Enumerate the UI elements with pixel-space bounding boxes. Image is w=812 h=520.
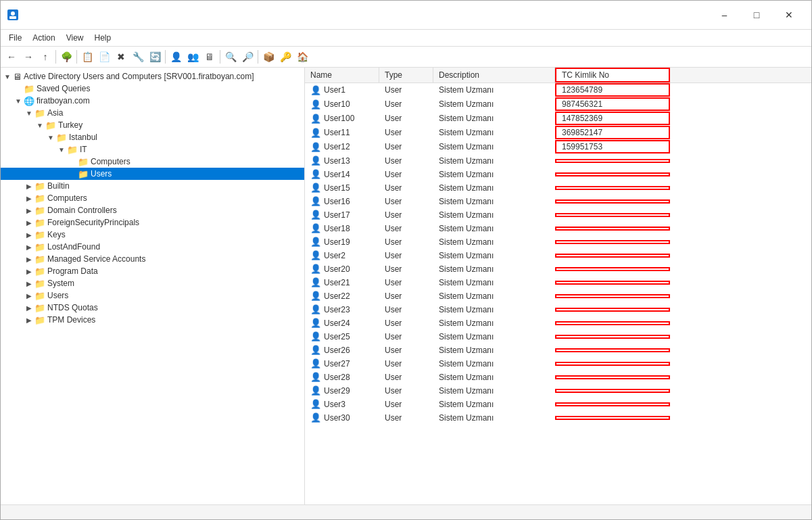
tree-it-computers[interactable]: ▶ 📁 Computers [1,156,304,168]
col-header-type[interactable]: Type [379,68,433,82]
tree-lostandfound-label: LostAndFound [47,242,100,252]
tree-foreign-security[interactable]: ▶ 📁 ForeignSecurityPrincipals [1,216,304,229]
tb-copy[interactable]: 📋 [79,49,95,65]
tree-it[interactable]: ▼ 📁 IT [1,143,304,156]
tree-turkey-expand[interactable]: ▼ [34,120,45,131]
tree-saved-queries[interactable]: ▶ 📁 Saved Queries [1,82,304,95]
list-row[interactable]: 👤User17UserSistem Uzmanı [305,208,811,222]
tb-new-computer[interactable]: 🖥 [201,49,218,65]
list-row[interactable]: 👤User29UserSistem Uzmanı [305,384,811,398]
tree-firatboyan[interactable]: ▼ 🌐 firatboyan.com [1,95,304,107]
tree-firatboyan-expand[interactable]: ▼ [13,95,24,106]
list-cell-tc [555,213,670,217]
tree-builtin[interactable]: ▶ 📁 Builtin [1,180,304,192]
tb-up[interactable]: ↑ [37,49,53,65]
tree-istanbul-expand[interactable]: ▼ [45,132,56,143]
tree-domain-controllers-expand[interactable]: ▶ [24,205,34,216]
tb-refresh[interactable]: 🔄 [147,49,163,65]
list-row[interactable]: 👤User11UserSistem Uzmanı369852147 [305,126,811,140]
tree-foreign-security-icon: 📁 [34,218,45,228]
list-row[interactable]: 👤User23UserSistem Uzmanı [305,303,811,316]
tree-turkey[interactable]: ▼ 📁 Turkey [1,119,304,131]
tb-delete[interactable]: ✖ [113,49,129,65]
tb-back[interactable]: ← [3,49,20,65]
maximize-button[interactable]: □ [741,5,772,25]
tree-istanbul[interactable]: ▼ 📁 Istanbul [1,131,304,143]
tree-it-users[interactable]: ▶ 📁 Users [1,168,304,180]
list-row[interactable]: 👤User28UserSistem Uzmanı [305,371,811,384]
tree-builtin-expand[interactable]: ▶ [24,181,34,191]
name-text: User22 [324,291,350,301]
list-row[interactable]: 👤User22UserSistem Uzmanı [305,289,811,303]
tb-new-group[interactable]: 👥 [185,49,201,65]
list-row[interactable]: 👤User12UserSistem Uzmanı159951753 [305,140,811,154]
tree-domain-controllers[interactable]: ▶ 📁 Domain Controllers [1,204,304,216]
col-header-name[interactable]: Name [305,68,379,82]
tree-foreign-security-expand[interactable]: ▶ [24,217,34,228]
tree-managed-service[interactable]: ▶ 📁 Managed Service Accounts [1,253,304,265]
tb-aduc[interactable]: 📦 [260,49,277,65]
list-row[interactable]: 👤User14UserSistem Uzmanı [305,168,811,181]
list-row[interactable]: 👤User13UserSistem Uzmanı [305,154,811,168]
list-row[interactable]: 👤User18UserSistem Uzmanı [305,222,811,235]
list-row[interactable]: 👤User21UserSistem Uzmanı [305,276,811,289]
col-header-description[interactable]: Description [433,68,555,82]
menu-action[interactable]: Action [27,31,60,45]
tb-aduc3[interactable]: 🏠 [294,49,310,65]
minimize-button[interactable]: ‒ [709,5,740,25]
tree-computers[interactable]: ▶ 📁 Computers [1,192,304,204]
tb-properties[interactable]: 🔧 [130,49,146,65]
list-cell-tc [555,335,670,339]
tree-computers-expand[interactable]: ▶ [24,193,34,204]
list-row[interactable]: 👤User10UserSistem Uzmanı987456321 [305,97,811,112]
list-row[interactable]: 👤User1UserSistem Uzmanı123654789 [305,83,811,97]
close-button[interactable]: ✕ [773,5,805,25]
tree-root[interactable]: ▼ 🖥 Active Directory Users and Computers… [1,70,304,82]
tree-tpm-devices-expand[interactable]: ▶ [24,314,34,325]
menu-help[interactable]: Help [89,31,117,45]
list-row[interactable]: 👤User2UserSistem Uzmanı [305,249,811,262]
tree-tpm-devices[interactable]: ▶ 📁 TPM Devices [1,314,304,326]
tb-find[interactable]: 🔎 [239,49,256,65]
tree-program-data[interactable]: ▶ 📁 Program Data [1,265,304,277]
tree-lostandfound[interactable]: ▶ 📁 LostAndFound [1,241,304,253]
tree-managed-service-expand[interactable]: ▶ [24,254,34,264]
menu-view[interactable]: View [61,31,89,45]
tree-asia-expand[interactable]: ▼ [24,108,34,118]
list-row[interactable]: 👤User15UserSistem Uzmanı [305,181,811,195]
tree-keys[interactable]: ▶ 📁 Keys [1,229,304,241]
tree-it-expand[interactable]: ▼ [56,144,67,155]
list-row[interactable]: 👤User16UserSistem Uzmanı [305,195,811,208]
tree-it-computers-label: Computers [91,157,130,166]
list-row[interactable]: 👤User27UserSistem Uzmanı [305,357,811,371]
list-row[interactable]: 👤User26UserSistem Uzmanı [305,344,811,357]
list-row[interactable]: 👤User3UserSistem Uzmanı [305,398,811,411]
tree-ntds-quotas[interactable]: ▶ 📁 NTDS Quotas [1,302,304,314]
col-header-tc[interactable]: TC Kimlik No [555,68,670,82]
tb-paste[interactable]: 📄 [96,49,112,65]
list-cell-type: User [379,169,433,180]
list-row[interactable]: 👤User30UserSistem Uzmanı [305,411,811,425]
tb-aduc2[interactable]: 🔑 [277,49,293,65]
list-panel: Name Type Description TC Kimlik No 👤User… [305,68,811,504]
tb-show-tree[interactable]: 🌳 [58,49,74,65]
tree-lostandfound-expand[interactable]: ▶ [24,241,34,252]
list-row[interactable]: 👤User25UserSistem Uzmanı [305,330,811,344]
tree-root-expand[interactable]: ▼ [2,71,13,82]
tb-new-user[interactable]: 👤 [168,49,184,65]
tree-ntds-quotas-expand[interactable]: ▶ [24,302,34,313]
list-row[interactable]: 👤User100UserSistem Uzmanı147852369 [305,112,811,126]
list-row[interactable]: 👤User20UserSistem Uzmanı [305,262,811,276]
tree-system[interactable]: ▶ 📁 System [1,277,304,289]
tree-program-data-expand[interactable]: ▶ [24,266,34,277]
tree-keys-expand[interactable]: ▶ [24,229,34,240]
tb-filter[interactable]: 🔍 [222,49,239,65]
tree-system-expand[interactable]: ▶ [24,278,34,289]
tree-users-expand[interactable]: ▶ [24,290,34,301]
list-row[interactable]: 👤User19UserSistem Uzmanı [305,235,811,249]
tree-users[interactable]: ▶ 📁 Users [1,289,304,302]
list-row[interactable]: 👤User24UserSistem Uzmanı [305,316,811,330]
menu-file[interactable]: File [3,31,27,45]
tree-asia[interactable]: ▼ 📁 Asia [1,107,304,119]
tb-forward[interactable]: → [20,49,37,65]
